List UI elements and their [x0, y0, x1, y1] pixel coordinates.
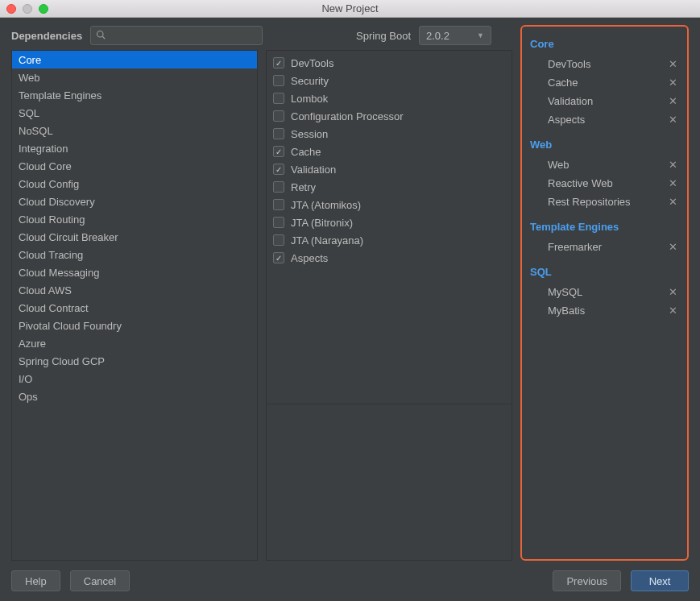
checkbox[interactable] — [273, 164, 284, 175]
checkbox[interactable] — [273, 181, 284, 193]
remove-icon[interactable]: ✕ — [667, 77, 679, 89]
remove-icon[interactable]: ✕ — [667, 58, 679, 70]
dependency-item[interactable]: DevTools — [273, 54, 505, 72]
dependency-label: Security — [291, 75, 329, 87]
selected-item-label: Cache — [548, 77, 578, 89]
svg-line-1 — [102, 36, 105, 39]
search-input-wrap[interactable] — [90, 26, 263, 45]
dependency-item[interactable]: JTA (Bitronix) — [273, 213, 505, 231]
maximize-icon[interactable] — [39, 4, 48, 14]
selected-item-label: Web — [548, 159, 570, 171]
selected-item: Web✕ — [530, 155, 679, 174]
dependency-label: JTA (Atomikos) — [291, 199, 361, 211]
category-item[interactable]: SQL — [12, 104, 257, 122]
spring-version-value: 2.0.2 — [426, 30, 449, 42]
category-item[interactable]: Cloud Discovery — [12, 193, 257, 210]
dependency-item[interactable]: Cache — [273, 143, 505, 160]
svg-point-0 — [97, 31, 104, 37]
selected-dependencies-list: CoreDevTools✕Cache✕Validation✕Aspects✕We… — [522, 27, 687, 326]
selected-item-label: MyBatis — [548, 305, 585, 317]
dependency-label: Lombok — [291, 93, 328, 105]
chevron-down-icon: ▼ — [477, 31, 484, 39]
category-item[interactable]: Cloud Circuit Breaker — [12, 228, 257, 246]
remove-icon[interactable]: ✕ — [667, 114, 679, 126]
dependency-column: DevToolsSecurityLombokConfiguration Proc… — [266, 50, 512, 561]
dependency-item[interactable]: JTA (Atomikos) — [273, 196, 505, 213]
selected-group-title: SQL — [530, 266, 679, 278]
selected-item: Cache✕ — [530, 73, 679, 92]
checkbox[interactable] — [273, 199, 284, 210]
dependency-item[interactable]: Aspects — [273, 249, 505, 267]
dependency-item[interactable]: Security — [273, 72, 505, 89]
category-item[interactable]: Cloud Messaging — [12, 263, 257, 281]
dependency-item[interactable]: Retry — [273, 178, 505, 196]
dependency-item[interactable]: Lombok — [273, 89, 505, 107]
remove-icon[interactable]: ✕ — [667, 305, 679, 317]
category-item[interactable]: Cloud Tracing — [12, 246, 257, 263]
titlebar: New Project — [0, 0, 700, 18]
checkbox[interactable] — [273, 75, 284, 86]
remove-icon[interactable]: ✕ — [667, 286, 679, 298]
remove-icon[interactable]: ✕ — [667, 159, 679, 171]
selected-item: MySQL✕ — [530, 283, 679, 301]
selected-group-title: Core — [530, 38, 679, 50]
next-button[interactable]: Next — [631, 570, 689, 591]
category-item[interactable]: Ops — [12, 388, 257, 405]
dependency-label: Aspects — [291, 252, 328, 264]
category-item[interactable]: Cloud Core — [12, 157, 257, 175]
spring-version-select[interactable]: 2.0.2 ▼ — [419, 26, 491, 45]
checkbox[interactable] — [273, 252, 284, 263]
category-item[interactable]: NoSQL — [12, 122, 257, 139]
remove-icon[interactable]: ✕ — [667, 177, 679, 189]
dependency-check-list: DevToolsSecurityLombokConfiguration Proc… — [266, 50, 512, 404]
checkbox[interactable] — [273, 146, 284, 157]
remove-icon[interactable]: ✕ — [667, 95, 679, 107]
dependency-item[interactable]: Configuration Processor — [273, 107, 505, 125]
previous-button[interactable]: Previous — [553, 570, 621, 591]
close-icon[interactable] — [6, 4, 16, 14]
dependencies-label: Dependencies — [11, 30, 82, 42]
selected-item-label: MySQL — [548, 286, 582, 298]
checkbox[interactable] — [273, 217, 284, 228]
dependency-label: JTA (Narayana) — [291, 234, 363, 247]
cancel-button[interactable]: Cancel — [70, 570, 130, 591]
checkbox[interactable] — [273, 234, 284, 246]
checkbox[interactable] — [273, 128, 284, 139]
help-button[interactable]: Help — [11, 570, 60, 591]
remove-icon[interactable]: ✕ — [667, 196, 679, 208]
minimize-icon — [23, 4, 32, 14]
category-item[interactable]: Core — [12, 51, 257, 68]
remove-icon[interactable]: ✕ — [667, 241, 679, 253]
category-list: CoreWebTemplate EnginesSQLNoSQLIntegrati… — [11, 50, 258, 561]
category-item[interactable]: Cloud Routing — [12, 210, 257, 228]
selected-item-label: Reactive Web — [548, 177, 613, 189]
category-item[interactable]: Integration — [12, 139, 257, 157]
checkbox[interactable] — [273, 57, 284, 68]
category-item[interactable]: Spring Cloud GCP — [12, 352, 257, 370]
category-item[interactable]: Web — [12, 68, 257, 86]
selected-item-label: DevTools — [548, 58, 590, 70]
main-area: CoreWebTemplate EnginesSQLNoSQLIntegrati… — [0, 50, 700, 561]
dependency-detail-pane — [266, 404, 512, 561]
category-item[interactable]: I/O — [12, 370, 257, 388]
selected-item-label: Freemarker — [548, 241, 602, 253]
dependency-item[interactable]: JTA (Narayana) — [273, 231, 505, 249]
bottom-bar: Help Cancel Previous Next — [0, 561, 700, 601]
category-item[interactable]: Cloud AWS — [12, 281, 257, 299]
checkbox[interactable] — [273, 110, 284, 122]
search-input[interactable] — [109, 30, 257, 42]
category-item[interactable]: Template Engines — [12, 86, 257, 104]
category-item[interactable]: Cloud Config — [12, 175, 257, 193]
selected-group-title: Template Engines — [530, 221, 679, 233]
selected-item: Freemarker✕ — [530, 238, 679, 256]
dependency-label: Validation — [291, 164, 336, 176]
selected-item: MyBatis✕ — [530, 301, 679, 320]
category-item[interactable]: Pivotal Cloud Foundry — [12, 317, 257, 334]
dependency-item[interactable]: Session — [273, 125, 505, 143]
dependency-item[interactable]: Validation — [273, 160, 505, 178]
category-item[interactable]: Azure — [12, 334, 257, 352]
selected-item: Rest Repositories✕ — [530, 193, 679, 211]
selected-item: Validation✕ — [530, 92, 679, 110]
category-item[interactable]: Cloud Contract — [12, 299, 257, 317]
checkbox[interactable] — [273, 93, 284, 104]
